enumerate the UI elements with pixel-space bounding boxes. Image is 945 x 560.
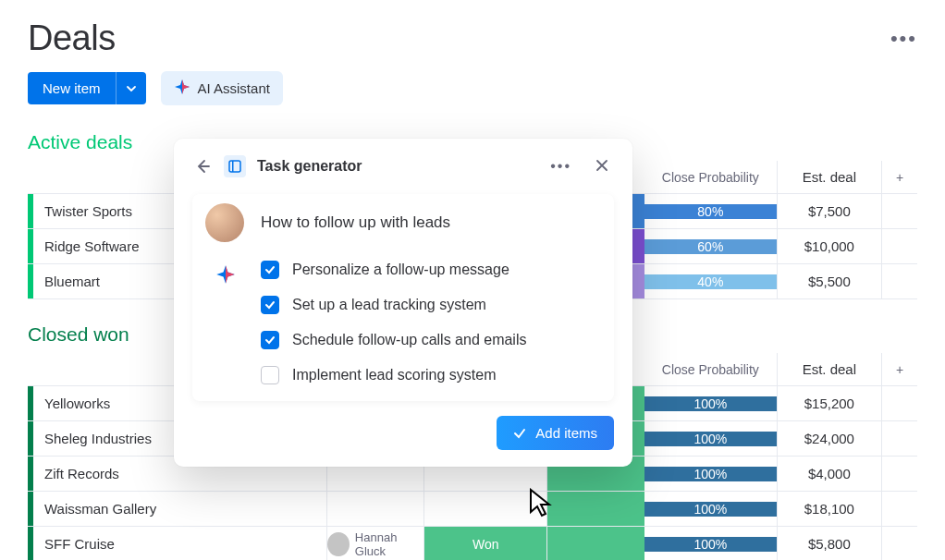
user-avatar (205, 203, 244, 242)
svg-rect-1 (232, 161, 234, 172)
cell-deal[interactable]: $24,000 (777, 421, 882, 456)
cell-deal[interactable]: $15,200 (777, 386, 882, 420)
cell-person[interactable]: Hannah Gluck (327, 527, 424, 560)
ai-sparkle-icon (215, 264, 236, 288)
svg-rect-0 (229, 161, 240, 172)
table-row[interactable]: Waissman Gallery100%$18,100 (28, 492, 917, 527)
task-row: Personalize a follow-up message (261, 261, 601, 279)
add-column-button[interactable]: + (882, 362, 917, 377)
add-items-button[interactable]: Add items (497, 416, 614, 450)
cell-prob[interactable]: 60% (644, 239, 777, 254)
more-menu-icon[interactable]: ••• (890, 27, 917, 51)
cell-deal[interactable]: $10,000 (777, 229, 882, 263)
cell-name[interactable]: SFF Cruise (28, 527, 327, 560)
task-label: Implement lead scoring system (292, 367, 497, 383)
task-label: Set up a lead tracking system (292, 297, 486, 313)
col-header-deal: Est. deal (777, 161, 882, 193)
close-icon (595, 159, 608, 172)
cell-prob[interactable]: 40% (644, 274, 777, 289)
col-header-prob: Close Probability (644, 362, 777, 377)
page-title: Deals (28, 18, 116, 58)
new-item-button[interactable]: New item (28, 72, 116, 104)
new-item-chevron[interactable] (116, 72, 146, 104)
cell-deal[interactable]: $4,000 (777, 457, 882, 491)
new-item-split-button: New item (28, 72, 146, 104)
prompt-text: How to follow up with leads (261, 213, 450, 232)
check-icon (513, 427, 526, 440)
add-items-label: Add items (535, 425, 597, 441)
check-icon (264, 264, 276, 275)
modal-more-icon[interactable]: ••• (543, 158, 579, 175)
add-column-button[interactable]: + (882, 170, 917, 185)
cell-accent (547, 527, 644, 560)
cell-deal[interactable]: $5,800 (777, 527, 882, 560)
task-row: Implement lead scoring system (261, 366, 601, 384)
back-button[interactable] (192, 156, 213, 177)
table-row[interactable]: SFF CruiseHannah GluckWon100%$5,800 (28, 527, 917, 560)
cell-person[interactable] (327, 492, 424, 526)
checkbox[interactable] (261, 366, 279, 384)
cell-deal[interactable]: $18,100 (777, 492, 882, 526)
arrow-left-icon (194, 158, 211, 175)
check-icon (264, 335, 276, 346)
cell-status[interactable]: Won (424, 527, 547, 560)
task-row: Set up a lead tracking system (261, 296, 601, 314)
task-label: Personalize a follow-up message (292, 262, 509, 278)
col-header-prob: Close Probability (644, 170, 777, 185)
cell-prob[interactable]: 100% (644, 467, 777, 481)
cell-prob[interactable]: 100% (644, 432, 777, 446)
avatar (327, 532, 349, 556)
checkbox[interactable] (261, 331, 279, 349)
cell-deal[interactable]: $5,500 (777, 264, 882, 298)
cell-prob[interactable]: 100% (644, 396, 777, 411)
ai-sparkle-icon (174, 79, 190, 98)
col-header-deal: Est. deal (777, 353, 882, 385)
chevron-down-icon (126, 83, 137, 94)
task-label: Schedule follow-up calls and emails (292, 332, 526, 348)
cell-prob[interactable]: 80% (644, 204, 777, 219)
task-generator-modal: Task generator ••• How to follow up with… (174, 139, 632, 467)
cell-status[interactable] (424, 492, 547, 526)
cell-prob[interactable]: 100% (644, 537, 777, 552)
task-row: Schedule follow-up calls and emails (261, 331, 601, 349)
task-generator-icon (224, 155, 246, 177)
ai-assistant-label: AI Assistant (198, 80, 270, 96)
cell-deal[interactable]: $7,500 (777, 194, 882, 228)
ai-assistant-button[interactable]: AI Assistant (161, 71, 283, 105)
close-button[interactable] (590, 157, 614, 177)
cell-name[interactable]: Waissman Gallery (28, 492, 327, 526)
modal-title: Task generator (257, 158, 532, 175)
cell-accent (547, 492, 644, 526)
checkbox[interactable] (261, 261, 279, 279)
cell-prob[interactable]: 100% (644, 502, 777, 517)
check-icon (264, 299, 276, 310)
checkbox[interactable] (261, 296, 279, 314)
